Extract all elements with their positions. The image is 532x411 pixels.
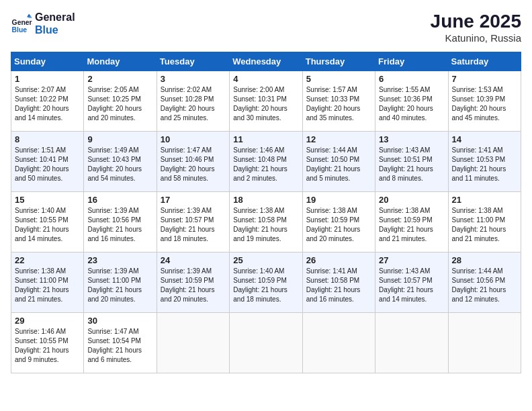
day-number: 10	[161, 134, 226, 144]
cell-details: Sunrise: 1:49 AM Sunset: 10:43 PM Daylig…	[87, 146, 152, 183]
calendar-cell: 22Sunrise: 1:38 AM Sunset: 11:00 PM Dayl…	[11, 253, 84, 313]
calendar-cell: 19Sunrise: 1:38 AM Sunset: 10:59 PM Dayl…	[302, 192, 375, 253]
cell-details: Sunrise: 2:07 AM Sunset: 10:22 PM Daylig…	[15, 85, 80, 123]
page-header: General Blue General Blue June 2025 Katu…	[11, 11, 521, 44]
calendar-cell	[448, 313, 521, 373]
calendar-cell: 11Sunrise: 1:46 AM Sunset: 10:48 PM Dayl…	[230, 132, 302, 192]
day-number: 2	[87, 74, 152, 84]
day-number: 16	[87, 195, 152, 205]
cell-details: Sunrise: 2:02 AM Sunset: 10:28 PM Daylig…	[161, 85, 226, 123]
cell-details: Sunrise: 1:40 AM Sunset: 10:59 PM Daylig…	[233, 267, 298, 304]
cell-details: Sunrise: 1:38 AM Sunset: 10:59 PM Daylig…	[306, 206, 371, 244]
calendar-cell: 20Sunrise: 1:38 AM Sunset: 10:59 PM Dayl…	[375, 192, 448, 253]
month-title: June 2025	[431, 11, 521, 32]
calendar-cell: 29Sunrise: 1:46 AM Sunset: 10:55 PM Dayl…	[11, 313, 84, 373]
calendar-cell: 8Sunrise: 1:51 AM Sunset: 10:41 PM Dayli…	[11, 132, 84, 192]
title-block: June 2025 Katunino, Russia	[431, 11, 521, 44]
header-saturday: Saturday	[448, 52, 521, 71]
cell-details: Sunrise: 1:41 AM Sunset: 10:53 PM Daylig…	[452, 146, 517, 183]
day-number: 9	[87, 134, 152, 144]
day-number: 23	[87, 255, 152, 265]
day-number: 17	[161, 195, 226, 205]
header-thursday: Thursday	[302, 52, 375, 71]
day-number: 15	[15, 195, 80, 205]
cell-details: Sunrise: 1:41 AM Sunset: 10:58 PM Daylig…	[306, 267, 371, 304]
location: Katunino, Russia	[431, 32, 521, 44]
cell-details: Sunrise: 1:44 AM Sunset: 10:56 PM Daylig…	[452, 267, 517, 304]
calendar-cell: 5Sunrise: 1:57 AM Sunset: 10:33 PM Dayli…	[302, 71, 375, 132]
week-row-1: 1Sunrise: 2:07 AM Sunset: 10:22 PM Dayli…	[11, 71, 521, 132]
calendar-cell: 16Sunrise: 1:39 AM Sunset: 10:56 PM Dayl…	[84, 192, 157, 253]
calendar-cell: 9Sunrise: 1:49 AM Sunset: 10:43 PM Dayli…	[84, 132, 157, 192]
week-row-3: 15Sunrise: 1:40 AM Sunset: 10:55 PM Dayl…	[11, 192, 521, 253]
logo-general: General	[35, 11, 75, 24]
calendar-cell: 4Sunrise: 2:00 AM Sunset: 10:31 PM Dayli…	[230, 71, 302, 132]
day-number: 20	[379, 195, 444, 205]
cell-details: Sunrise: 2:05 AM Sunset: 10:25 PM Daylig…	[87, 85, 152, 123]
cell-details: Sunrise: 1:51 AM Sunset: 10:41 PM Daylig…	[15, 146, 80, 183]
calendar-cell: 28Sunrise: 1:44 AM Sunset: 10:56 PM Dayl…	[448, 253, 521, 313]
cell-details: Sunrise: 1:47 AM Sunset: 10:46 PM Daylig…	[161, 146, 226, 183]
calendar-cell: 1Sunrise: 2:07 AM Sunset: 10:22 PM Dayli…	[11, 71, 84, 132]
calendar-cell	[375, 313, 448, 373]
calendar-cell: 21Sunrise: 1:38 AM Sunset: 11:00 PM Dayl…	[448, 192, 521, 253]
day-number: 13	[379, 134, 444, 144]
day-number: 5	[306, 74, 371, 84]
day-number: 12	[306, 134, 371, 144]
calendar-cell: 2Sunrise: 2:05 AM Sunset: 10:25 PM Dayli…	[84, 71, 157, 132]
cell-details: Sunrise: 1:47 AM Sunset: 10:54 PM Daylig…	[87, 327, 152, 365]
calendar-cell: 14Sunrise: 1:41 AM Sunset: 10:53 PM Dayl…	[448, 132, 521, 192]
svg-text:General: General	[12, 19, 32, 26]
week-row-4: 22Sunrise: 1:38 AM Sunset: 11:00 PM Dayl…	[11, 253, 521, 313]
header-friday: Friday	[375, 52, 448, 71]
cell-details: Sunrise: 1:38 AM Sunset: 10:58 PM Daylig…	[233, 206, 298, 244]
day-number: 21	[452, 195, 517, 205]
calendar-cell: 7Sunrise: 1:53 AM Sunset: 10:39 PM Dayli…	[448, 71, 521, 132]
day-number: 1	[15, 74, 80, 84]
week-row-5: 29Sunrise: 1:46 AM Sunset: 10:55 PM Dayl…	[11, 313, 521, 373]
calendar-cell: 17Sunrise: 1:39 AM Sunset: 10:57 PM Dayl…	[157, 192, 229, 253]
day-number: 4	[233, 74, 298, 84]
calendar-cell: 30Sunrise: 1:47 AM Sunset: 10:54 PM Dayl…	[84, 313, 157, 373]
day-number: 8	[15, 134, 80, 144]
cell-details: Sunrise: 1:53 AM Sunset: 10:39 PM Daylig…	[452, 85, 517, 123]
svg-text:Blue: Blue	[12, 26, 28, 34]
day-number: 14	[452, 134, 517, 144]
cell-details: Sunrise: 1:38 AM Sunset: 10:59 PM Daylig…	[379, 206, 444, 244]
calendar-table: SundayMondayTuesdayWednesdayThursdayFrid…	[11, 52, 521, 373]
day-number: 6	[379, 74, 444, 84]
cell-details: Sunrise: 1:44 AM Sunset: 10:50 PM Daylig…	[306, 146, 371, 183]
logo: General Blue General Blue	[11, 11, 75, 36]
calendar-cell: 23Sunrise: 1:39 AM Sunset: 11:00 PM Dayl…	[84, 253, 157, 313]
cell-details: Sunrise: 1:57 AM Sunset: 10:33 PM Daylig…	[306, 85, 371, 123]
week-row-2: 8Sunrise: 1:51 AM Sunset: 10:41 PM Dayli…	[11, 132, 521, 192]
calendar-cell: 6Sunrise: 1:55 AM Sunset: 10:36 PM Dayli…	[375, 71, 448, 132]
day-number: 19	[306, 195, 371, 205]
calendar-cell: 3Sunrise: 2:02 AM Sunset: 10:28 PM Dayli…	[157, 71, 229, 132]
calendar-cell: 26Sunrise: 1:41 AM Sunset: 10:58 PM Dayl…	[302, 253, 375, 313]
cell-details: Sunrise: 1:43 AM Sunset: 10:51 PM Daylig…	[379, 146, 444, 183]
day-number: 29	[15, 316, 80, 326]
cell-details: Sunrise: 1:39 AM Sunset: 10:57 PM Daylig…	[161, 206, 226, 244]
header-sunday: Sunday	[11, 52, 84, 71]
day-number: 28	[452, 255, 517, 265]
calendar-cell	[302, 313, 375, 373]
cell-details: Sunrise: 1:39 AM Sunset: 10:59 PM Daylig…	[161, 267, 226, 304]
header-tuesday: Tuesday	[157, 52, 229, 71]
day-number: 26	[306, 255, 371, 265]
cell-details: Sunrise: 1:39 AM Sunset: 11:00 PM Daylig…	[87, 267, 152, 304]
cell-details: Sunrise: 2:00 AM Sunset: 10:31 PM Daylig…	[233, 85, 298, 123]
cell-details: Sunrise: 1:38 AM Sunset: 11:00 PM Daylig…	[452, 206, 517, 244]
day-number: 18	[233, 195, 298, 205]
header-wednesday: Wednesday	[230, 52, 302, 71]
header-monday: Monday	[84, 52, 157, 71]
calendar-cell	[230, 313, 302, 373]
cell-details: Sunrise: 1:46 AM Sunset: 10:48 PM Daylig…	[233, 146, 298, 183]
day-number: 27	[379, 255, 444, 265]
day-number: 24	[161, 255, 226, 265]
calendar-cell: 10Sunrise: 1:47 AM Sunset: 10:46 PM Dayl…	[157, 132, 229, 192]
cell-details: Sunrise: 1:39 AM Sunset: 10:56 PM Daylig…	[87, 206, 152, 244]
calendar-cell: 15Sunrise: 1:40 AM Sunset: 10:55 PM Dayl…	[11, 192, 84, 253]
calendar-cell	[157, 313, 229, 373]
logo-blue: Blue	[35, 24, 75, 36]
